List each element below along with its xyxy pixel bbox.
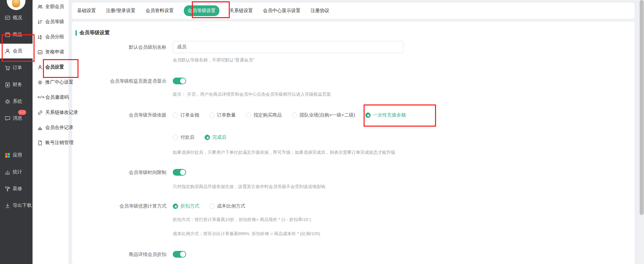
submenu-relation-chain[interactable]: 关系链修改记录 — [33, 108, 69, 117]
sort-level-icon — [38, 19, 43, 25]
upgrade-basis-radio-group: 订单金额 订单数量 指定购买商品 团队业绩(自购+一级+二级) 一次性充值余额 — [173, 112, 406, 118]
radio-order-count[interactable]: 订单数量 — [209, 112, 236, 118]
default-level-hint: 会员默认等级名称，不填写默认"普通会员" — [173, 57, 254, 63]
gear-icon — [5, 99, 10, 104]
submenu-promotion-settings[interactable]: 推广中心设置 — [33, 78, 69, 87]
radio-cost-ratio-mode[interactable]: 成本比例方式 — [209, 203, 245, 209]
gear-icon — [38, 80, 43, 85]
submenu-label: 推广中心设置 — [45, 79, 73, 85]
detail-discount-toggle[interactable] — [173, 251, 186, 258]
sidebar-item-finance[interactable]: 财务 — [0, 80, 33, 89]
tab-member-profile-settings[interactable]: 会员资料设置 — [146, 8, 174, 14]
dashboard-icon — [5, 15, 10, 21]
tab-member-center-display-settings[interactable]: 会员中心显示设置 — [263, 8, 301, 14]
sidebar-item-apps[interactable]: 应用 — [0, 150, 33, 160]
settings-form: 默认会员级别名称 会员默认等级名称，不填写默认"普通会员" 会员等级权益页面是否… — [72, 21, 635, 264]
submenu-member-group[interactable]: 会员分组 — [33, 32, 69, 42]
radio-dot — [365, 113, 371, 118]
sidebar-item-label: 会员 — [13, 48, 22, 54]
row-discount-mode: 会员等级优惠计算方式 折扣方式 成本比例方式 — [72, 201, 635, 211]
submenu-member-settings[interactable]: 会员设置 — [33, 62, 69, 72]
sidebar-item-order[interactable]: 订单 — [0, 63, 33, 73]
tab-member-level-settings[interactable]: 会员等级设置 — [184, 5, 219, 16]
screen: 概况 商品 会员 订单 财务 系统 消息 ... 应用 — [0, 0, 644, 264]
radio-order-amount[interactable]: 订单金额 — [173, 112, 199, 118]
submenu-label: 会员等级 — [45, 19, 64, 25]
time-limit-toggle[interactable] — [173, 169, 186, 176]
radio-after-completion[interactable]: 完成后 — [205, 134, 226, 140]
radio-dot — [173, 113, 178, 118]
scrollbar-thumb[interactable] — [640, 0, 644, 215]
bar-chart-icon — [5, 169, 10, 175]
submenu-all-members[interactable]: 全部会员 — [33, 2, 69, 11]
sidebar-item-label: 应用 — [13, 152, 22, 158]
sidebar-item-stats[interactable]: 统计 — [0, 167, 33, 177]
field-label: 会员等级优惠计算方式 — [72, 201, 166, 211]
person-icon — [38, 65, 43, 70]
submenu-label: 会员合并记录 — [45, 125, 73, 131]
message-badge: ... — [18, 110, 26, 115]
tab-relation-chain-settings[interactable]: 关系链设置 — [229, 8, 253, 14]
sidebar-item-label: 系统 — [13, 98, 22, 104]
submenu-label: 会员分组 — [45, 34, 64, 40]
submenu-qualification[interactable]: 资格申请 — [33, 47, 69, 57]
radio-discount-mode[interactable]: 折扣方式 — [173, 203, 199, 209]
sidebar-item-decorate[interactable]: 装修 — [0, 184, 33, 193]
radio-dot — [246, 113, 251, 118]
avatar[interactable] — [7, 0, 25, 10]
sort-az-icon — [38, 35, 43, 40]
row-upgrade-basis: 会员等级升级依据 订单金额 订单数量 指定购买商品 团队业绩(自购+一级+二级)… — [72, 110, 635, 120]
upgrade-timing-hint: 如果选择付款后，只要用户下单付款满足升级依据，即可升级；如果选择完成后，则表示需… — [173, 149, 395, 156]
submenu-merge-record[interactable]: 会员合并记录 — [33, 123, 69, 132]
toggle-knob — [180, 252, 185, 257]
sidebar-item-label: 装修 — [13, 186, 22, 192]
radio-team-performance[interactable]: 团队业绩(自购+一级+二级) — [292, 112, 355, 118]
tab-register-login-settings[interactable]: 注册/登录设置 — [106, 8, 136, 14]
field-label: 会员等级权益页面是否显示 — [72, 75, 166, 87]
radio-dot — [205, 135, 210, 140]
radio-after-payment[interactable]: 付款后 — [173, 134, 195, 140]
discount-mode-radio-group: 折扣方式 成本比例方式 — [173, 203, 245, 209]
row-default-level-name: 默认会员级别名称 — [72, 41, 635, 53]
members-icon — [38, 4, 43, 9]
sidebar-item-goods[interactable]: 商品 — [0, 30, 33, 39]
download-icon — [5, 203, 10, 209]
submenu-account-cancel[interactable]: 账号注销管理 — [33, 138, 69, 147]
field-label: 会员等级升级依据 — [72, 110, 166, 120]
row-time-limit: 会员等级时间限制 — [72, 167, 635, 178]
member-level-settings-panel: 会员等级设置 默认会员级别名称 会员默认等级名称，不填写默认"普通会员" 会员等… — [72, 21, 635, 264]
sidebar-item-message[interactable]: 消息 — [0, 114, 33, 123]
sidebar-item-label: 商品 — [13, 32, 22, 38]
submenu-label: 会员邀请码 — [45, 94, 69, 100]
time-limit-hint: 只对指定购买商品升级依据生效，设置其它条件时会员等级不会受到该选项影响 — [173, 184, 325, 190]
radio-specified-goods[interactable]: 指定购买商品 — [246, 112, 282, 118]
submenu-invite-code[interactable]: </> 会员邀请码 — [33, 93, 69, 102]
submenu-member-level[interactable]: 会员等级 — [33, 17, 69, 27]
sidebar-item-overview[interactable]: 概况 — [0, 13, 33, 23]
tab-register-agreement[interactable]: 注册协议 — [311, 8, 329, 14]
folder-check-icon — [38, 50, 43, 55]
radio-dot — [292, 113, 297, 118]
page-scrollbar[interactable] — [639, 0, 644, 264]
benefit-page-toggle[interactable] — [173, 78, 186, 84]
sidebar-item-member[interactable]: 会员 — [0, 44, 33, 58]
finance-icon — [5, 82, 10, 88]
tab-basic-settings[interactable]: 基础设置 — [77, 8, 96, 14]
sidebar-item-label: 消息 — [13, 115, 22, 121]
cost-ratio-hint: 成本比例方式：按百分比计算最高999%, 折扣价格 = 商品成本价 * (比例/… — [173, 231, 320, 237]
chart-icon — [38, 125, 43, 130]
row-upgrade-timing: 付款后 完成后 — [72, 132, 635, 142]
chat-icon — [5, 116, 10, 121]
radio-dot — [209, 113, 215, 118]
sidebar-item-label: 导出下载 — [13, 203, 32, 209]
cart-icon — [5, 65, 10, 71]
radio-dot — [173, 204, 178, 209]
sidebar-item-system[interactable]: 系统 — [0, 97, 33, 106]
sidebar-item-label: 财务 — [13, 82, 22, 88]
radio-one-time-recharge[interactable]: 一次性充值余额 — [365, 112, 406, 118]
discount-mode-hint: 折扣方式：按打折计算最高10折，折扣价格= 商品现价 * (1 - 折扣率/10… — [173, 217, 311, 223]
default-level-name-input[interactable] — [173, 41, 404, 53]
upgrade-timing-radio-group: 付款后 完成后 — [173, 134, 226, 140]
submenu-label: 关系链修改记录 — [45, 109, 78, 116]
sidebar-item-export[interactable]: 导出下载 — [0, 201, 33, 210]
